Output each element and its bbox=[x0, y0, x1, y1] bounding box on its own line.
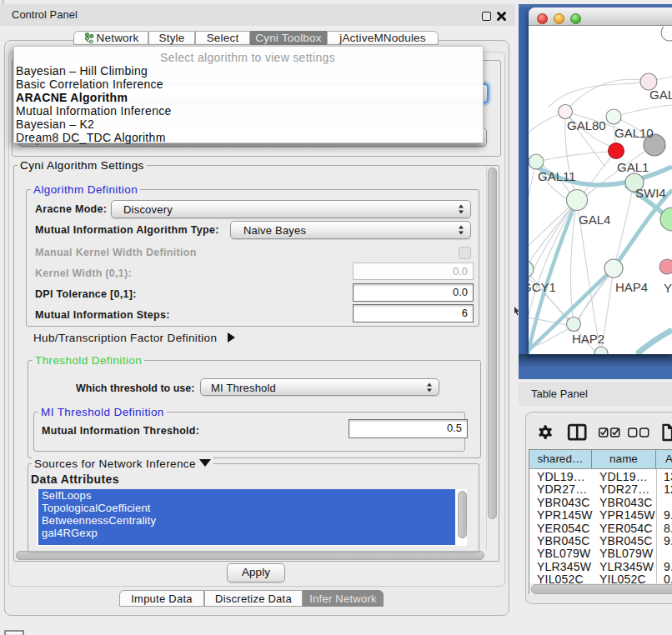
svg-text:HAP2: HAP2 bbox=[572, 332, 604, 346]
svg-text:Y: Y bbox=[664, 281, 672, 295]
svg-text:GAL1: GAL1 bbox=[617, 160, 649, 174]
svg-text:GAL10: GAL10 bbox=[614, 126, 654, 140]
svg-text:GAL2: GAL2 bbox=[649, 88, 672, 102]
svg-text:GAL11: GAL11 bbox=[538, 169, 576, 183]
svg-text:GCY1: GCY1 bbox=[529, 280, 556, 294]
svg-text:GAL4: GAL4 bbox=[579, 212, 610, 227]
svg-text:GAL80: GAL80 bbox=[567, 118, 606, 132]
svg-text:SWI4: SWI4 bbox=[635, 186, 666, 200]
svg-text:HAP4: HAP4 bbox=[615, 280, 648, 294]
